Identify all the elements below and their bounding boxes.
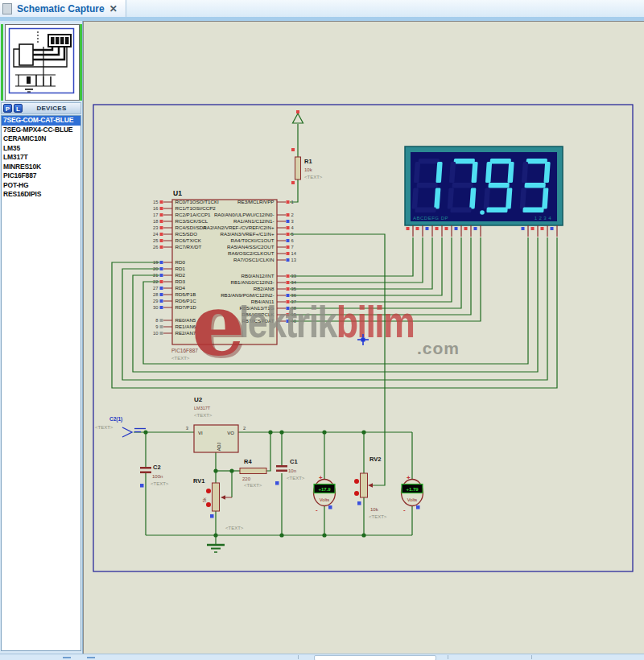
svg-text:5: 5 — [291, 232, 294, 237]
svg-text:15: 15 — [153, 200, 158, 204]
regulator-u2-lm317[interactable]: U2 LM317T <TEXT> VI VO ADJ 3 2 — [186, 396, 246, 452]
svg-text:RA3/AN3/VREF+/C1IN+: RA3/AN3/VREF+/C1IN+ — [220, 231, 274, 237]
svg-text:6: 6 — [291, 238, 294, 243]
potentiometer-rv1[interactable]: RV1 5k <TEXT> — [193, 477, 244, 530]
svg-text:RD1: RD1 — [175, 266, 186, 271]
vm2-plus: + — [407, 474, 411, 481]
pick-devices-button[interactable]: P — [3, 104, 12, 113]
svg-text:RE0/AN5: RE0/AN5 — [175, 317, 196, 323]
svg-text:18: 18 — [153, 219, 158, 224]
device-list-item[interactable]: LM317T — [2, 153, 80, 163]
svg-text:RA2/AN2/VREF-/CVREF/C2IN+: RA2/AN2/VREF-/CVREF/C2IN+ — [203, 225, 275, 230]
tab-close-icon[interactable]: ✕ — [109, 3, 118, 14]
u1-value: PIC16F887 — [171, 348, 198, 353]
svg-text:RC4/SDI/SDA: RC4/SDI/SDA — [175, 225, 208, 230]
svg-text:29: 29 — [153, 299, 158, 303]
svg-text:40: 40 — [291, 319, 296, 324]
vm1-unit: Volts — [320, 497, 330, 502]
tab-schematic-capture[interactable]: Schematic Capture ✕ — [0, 0, 126, 17]
u2-pin-vi: VI — [198, 431, 203, 435]
device-list-item[interactable]: PIC16F887 — [2, 171, 80, 181]
svg-text:3: 3 — [291, 219, 294, 224]
vm2-unit: Volts — [407, 497, 418, 502]
r4-ref: R4 — [244, 458, 252, 465]
schematic-preview-pane[interactable] — [5, 24, 80, 101]
cursor-origin-marker — [357, 334, 369, 345]
device-list-item[interactable]: POT-HG — [2, 181, 80, 191]
device-list-item[interactable]: 7SEG-COM-CAT-BLUE — [2, 116, 80, 126]
svg-text:RB2/AN8: RB2/AN8 — [254, 286, 275, 291]
capacitor-c2[interactable]: C2 100n <TEXT> — [140, 464, 169, 488]
u2-text: <TEXT> — [194, 413, 213, 418]
display-pins — [407, 225, 558, 237]
rv2-text: <TEXT> — [369, 514, 387, 519]
svg-text:17: 17 — [153, 212, 158, 217]
rv1-value: 5k — [202, 497, 207, 502]
svg-text:RB1/AN10/C12IN3-: RB1/AN10/C12IN3- — [231, 279, 275, 285]
ground-terminal[interactable] — [207, 545, 225, 552]
svg-text:14: 14 — [291, 251, 297, 256]
svg-text:RA1/AN1/C12IN1-: RA1/AN1/C12IN1- — [233, 218, 275, 224]
preview-right-handle[interactable] — [80, 24, 82, 101]
svg-text:RB0/AN12/INT: RB0/AN12/INT — [242, 273, 275, 278]
status-bar — [0, 654, 644, 660]
tab-bar: Schematic Capture ✕ — [0, 0, 644, 18]
svg-text:24: 24 — [153, 232, 159, 237]
svg-text:RE1/AN6: RE1/AN6 — [175, 324, 196, 329]
status-icon — [87, 657, 95, 658]
svg-text:RB4/AN11: RB4/AN11 — [251, 299, 275, 304]
device-list-item[interactable]: MINRES10K — [2, 163, 80, 172]
svg-text:4: 4 — [291, 225, 295, 230]
proteus-window: Schematic Capture ✕ — [0, 0, 644, 660]
device-list-item[interactable]: LM35 — [2, 144, 80, 154]
svg-text:39: 39 — [291, 312, 296, 317]
preview-left-handle[interactable] — [1, 24, 3, 101]
svg-text:RE2/AN7: RE2/AN7 — [175, 330, 196, 336]
svg-text:7: 7 — [291, 245, 294, 250]
u2-num-vo: 2 — [243, 426, 246, 431]
device-list-item[interactable]: RES16DIPIS — [2, 190, 80, 200]
status-coordinate-box — [314, 655, 436, 660]
input-terminal[interactable]: C2(1) <TEXT> — [95, 416, 146, 437]
svg-text:30: 30 — [153, 305, 158, 310]
svg-text:RC3/SCK/SCL: RC3/SCK/SCL — [175, 218, 208, 224]
svg-text:RE3/MCLR/VPP: RE3/MCLR/VPP — [237, 199, 274, 204]
terminal-label: C2(1) — [109, 416, 122, 423]
svg-text:36: 36 — [291, 293, 296, 298]
vm1-reading: +17.9 — [318, 487, 331, 492]
library-button[interactable]: L — [14, 104, 23, 113]
svg-text:RD2: RD2 — [175, 272, 186, 278]
resistor-r4[interactable]: R4 220 <TEXT> — [240, 458, 266, 488]
svg-text:33: 33 — [291, 274, 296, 278]
device-list-item[interactable]: CERAMIC10N — [2, 134, 80, 144]
svg-text:38: 38 — [291, 306, 296, 311]
power-terminal[interactable] — [293, 110, 303, 123]
capacitor-c1[interactable]: C1 10n <TEXT> — [275, 458, 305, 485]
c1-value: 10n — [288, 468, 296, 473]
svg-text:RB6/ICSPCLK: RB6/ICSPCLK — [242, 311, 275, 317]
rv2-value: 10k — [370, 507, 379, 512]
u1-ref: U1 — [173, 189, 182, 197]
rv1-text: <TEXT> — [225, 526, 244, 530]
svg-text:RA0/AN0/ULPWU/C12IN0-: RA0/AN0/ULPWU/C12IN0- — [214, 212, 275, 217]
status-icon — [63, 657, 71, 658]
c2-value: 100n — [152, 474, 163, 479]
schematic-canvas[interactable]: R1 10k <TEXT> U1 PIC16F887 <TEXT> 15RC0/… — [83, 21, 644, 654]
svg-text:37: 37 — [291, 299, 296, 304]
r1-value: 10k — [304, 167, 313, 172]
r1-ref: R1 — [304, 158, 312, 165]
devices-header: P L DEVICES — [1, 102, 81, 114]
r4-text: <TEXT> — [244, 483, 262, 488]
chip-u1-pic16f887[interactable]: U1 PIC16F887 <TEXT> 15RC0/T1OSO/T1CKI16R… — [153, 189, 297, 361]
svg-text:RA7/OSC1/CLKIN: RA7/OSC1/CLKIN — [233, 257, 275, 262]
device-list[interactable]: 7SEG-COM-CAT-BLUE7SEG-MPX4-CC-BLUECERAMI… — [1, 115, 81, 651]
c2-ref: C2 — [153, 464, 161, 471]
resistor-r1[interactable]: R1 10k <TEXT> — [291, 148, 323, 184]
potentiometer-rv2[interactable]: RV2 10k <TEXT> — [354, 456, 387, 519]
device-list-item[interactable]: 7SEG-MPX4-CC-BLUE — [2, 126, 80, 135]
svg-text:RA5/AN4/SS/C2OUT: RA5/AN4/SS/C2OUT — [227, 244, 275, 250]
seven-segment-display[interactable]: ABCDEFG DP 1234 — [405, 146, 563, 237]
left-panel: P L DEVICES 7SEG-COM-CAT-BLUE7SEG-MPX4-C… — [0, 21, 83, 654]
display-digit-labels: 1234 — [535, 216, 553, 221]
svg-text:28: 28 — [153, 292, 158, 297]
